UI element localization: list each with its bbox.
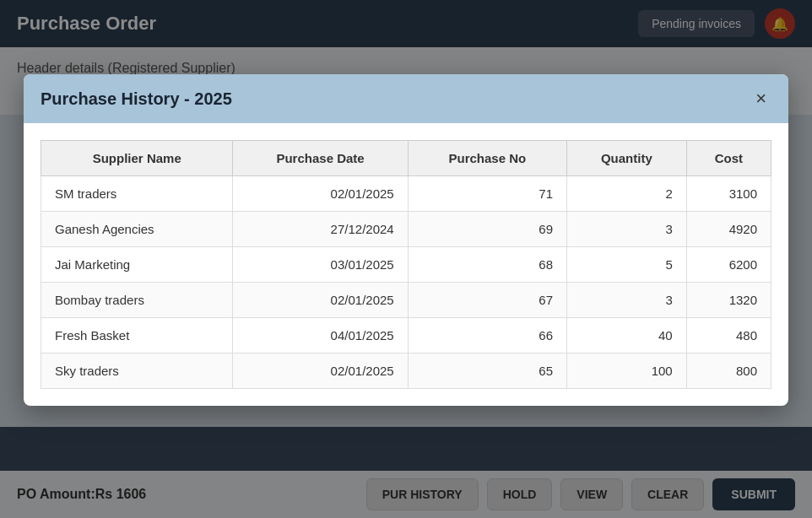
table-cell: 02/01/2025	[233, 353, 408, 389]
table-cell: 40	[567, 318, 687, 353]
table-cell: 3	[567, 212, 687, 247]
col-header-cost: Cost	[686, 141, 771, 176]
table-cell: Bombay traders	[41, 283, 233, 318]
table-cell: 71	[408, 176, 566, 212]
table-row: Ganesh Agencies27/12/20246934920	[41, 212, 771, 247]
table-cell: 66	[408, 318, 566, 353]
modal-body: Supplier Name Purchase Date Purchase No …	[24, 123, 788, 406]
table-cell: 480	[686, 318, 771, 353]
table-cell: 69	[408, 212, 566, 247]
table-cell: Jai Marketing	[41, 247, 233, 283]
table-cell: Fresh Basket	[41, 318, 233, 353]
table-cell: 67	[408, 283, 566, 318]
modal-title: Purchase History - 2025	[41, 89, 232, 109]
col-header-purchase-no: Purchase No	[408, 141, 566, 176]
table-cell: 800	[686, 353, 771, 389]
table-cell: 65	[408, 353, 566, 389]
table-cell: 5	[567, 247, 687, 283]
table-cell: 27/12/2024	[233, 212, 408, 247]
table-cell: 2	[567, 176, 687, 212]
table-cell: 100	[567, 353, 687, 389]
table-cell: 02/01/2025	[233, 283, 408, 318]
purchase-history-modal: Purchase History - 2025 × Supplier Name …	[24, 74, 788, 406]
table-cell: 04/01/2025	[233, 318, 408, 353]
table-cell: Sky traders	[41, 353, 233, 389]
col-header-date: Purchase Date	[233, 141, 408, 176]
table-cell: SM traders	[41, 176, 233, 212]
table-row: Jai Marketing03/01/20256856200	[41, 247, 771, 283]
table-header: Supplier Name Purchase Date Purchase No …	[41, 141, 771, 176]
col-header-quantity: Quantity	[567, 141, 687, 176]
table-cell: Ganesh Agencies	[41, 212, 233, 247]
col-header-supplier: Supplier Name	[41, 141, 233, 176]
table-cell: 4920	[686, 212, 771, 247]
table-cell: 3100	[686, 176, 771, 212]
table-row: Fresh Basket04/01/20256640480	[41, 318, 771, 353]
table-cell: 03/01/2025	[233, 247, 408, 283]
table-row: Bombay traders02/01/20256731320	[41, 283, 771, 318]
table-cell: 02/01/2025	[233, 176, 408, 212]
table-cell: 68	[408, 247, 566, 283]
table-header-row: Supplier Name Purchase Date Purchase No …	[41, 141, 771, 176]
table-row: SM traders02/01/20257123100	[41, 176, 771, 212]
table-row: Sky traders02/01/202565100800	[41, 353, 771, 389]
modal-close-button[interactable]: ×	[750, 88, 771, 110]
modal-header: Purchase History - 2025 ×	[24, 74, 788, 123]
table-cell: 6200	[686, 247, 771, 283]
table-cell: 3	[567, 283, 687, 318]
table-body: SM traders02/01/20257123100Ganesh Agenci…	[41, 176, 771, 389]
table-cell: 1320	[686, 283, 771, 318]
purchase-history-table: Supplier Name Purchase Date Purchase No …	[41, 140, 771, 389]
